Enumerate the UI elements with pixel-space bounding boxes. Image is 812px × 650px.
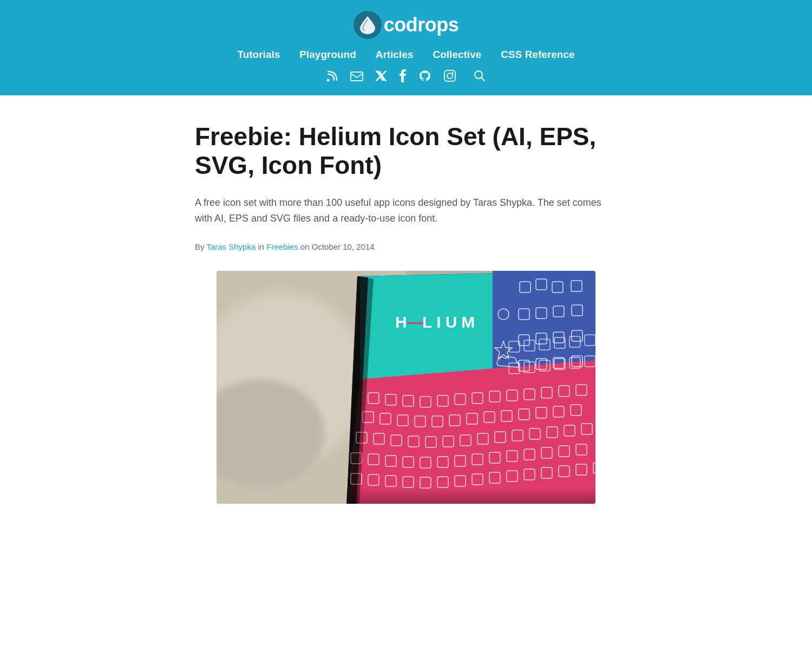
nav-playground[interactable]: Playground	[299, 49, 356, 61]
nav-collective[interactable]: Collective	[433, 49, 482, 61]
svg-rect-2	[444, 70, 455, 81]
svg-line-6	[482, 78, 485, 81]
article-meta: By Taras Shypka in Freebies on October 1…	[195, 242, 617, 251]
category-link[interactable]: Freebies	[266, 242, 298, 251]
article-description: A free icon set with more than 100 usefu…	[195, 195, 617, 227]
nav-css-reference[interactable]: CSS Reference	[501, 49, 574, 61]
svg-rect-119	[346, 487, 595, 504]
facebook-link[interactable]	[399, 69, 407, 86]
search-button[interactable]	[474, 70, 486, 85]
svg-point-4	[452, 72, 454, 74]
article-image-wrapper: H — LIUM	[195, 271, 617, 506]
helium-preview-svg: H — LIUM	[217, 271, 595, 504]
author-link[interactable]: Taras Shypka	[206, 242, 256, 251]
meta-on-label: on	[300, 242, 312, 251]
article-title: Freebie: Helium Icon Set (AI, EPS, SVG, …	[195, 122, 617, 180]
svg-point-3	[447, 73, 453, 79]
meta-by-label: By	[195, 242, 205, 251]
svg-marker-14	[346, 360, 595, 504]
email-link[interactable]	[350, 70, 363, 84]
article-date: October 10, 2014	[312, 242, 375, 251]
svg-rect-1	[351, 72, 363, 81]
article-featured-image: H — LIUM	[217, 271, 595, 504]
nav-articles[interactable]: Articles	[376, 49, 414, 61]
logo-area: codrops	[0, 11, 812, 39]
github-link[interactable]	[418, 69, 431, 86]
main-navigation: Tutorials Playground Articles Collective…	[0, 49, 812, 61]
site-logo-text[interactable]: codrops	[384, 14, 459, 36]
instagram-link[interactable]	[443, 69, 456, 86]
social-navigation	[0, 69, 812, 86]
svg-point-0	[327, 79, 330, 82]
twitter-link[interactable]	[375, 70, 387, 85]
site-header: codrops Tutorials Playground Articles Co…	[0, 0, 812, 95]
main-content: Freebie: Helium Icon Set (AI, EPS, SVG, …	[162, 95, 650, 528]
nav-tutorials[interactable]: Tutorials	[237, 49, 280, 61]
meta-in-label: in	[258, 242, 266, 251]
svg-text:LIUM: LIUM	[422, 313, 479, 331]
rss-link[interactable]	[326, 70, 338, 85]
logo-icon	[353, 11, 382, 39]
